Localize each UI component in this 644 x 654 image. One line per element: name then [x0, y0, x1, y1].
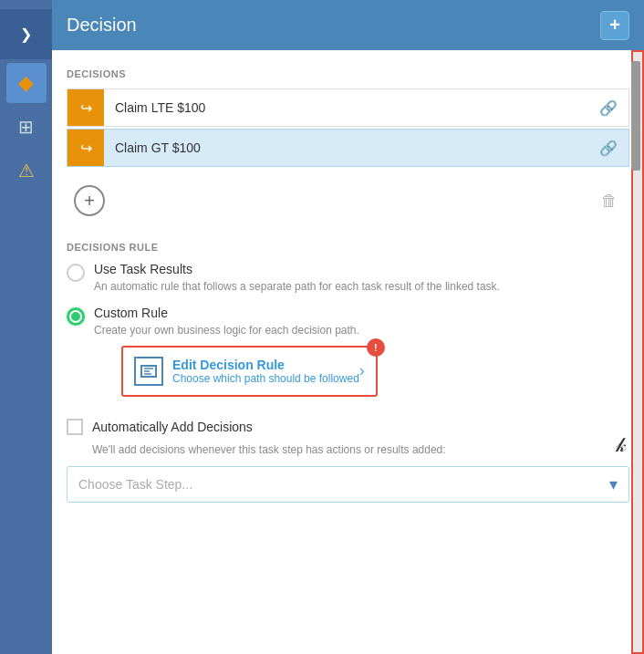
task-step-dropdown[interactable]: Choose Task Step... ▾: [67, 466, 629, 503]
edit-rule-subtitle: Choose which path should be followed: [172, 372, 359, 385]
arrow-icon-1: ↪: [80, 99, 92, 117]
sidebar-item-grid[interactable]: ⊞: [6, 107, 47, 147]
use-task-results-label-group: Use Task Results An automatic rule that …: [94, 262, 500, 295]
main-panel: Decision + DECISIONS ↪ Claim LTE $100 🔗 …: [52, 0, 644, 654]
decisions-section-label: DECISIONS: [67, 68, 629, 79]
automatically-checkbox-desc: We'll add decisions whenever this task s…: [92, 442, 629, 458]
use-task-results-desc: An automatic rule that follows a separat…: [94, 279, 500, 295]
radio-use-task-results[interactable]: [67, 264, 85, 282]
decision-item-text-1: Claim LTE $100: [104, 100, 588, 115]
grid-icon: ⊞: [18, 116, 34, 138]
custom-rule-label-group: Custom Rule Create your own business log…: [94, 306, 378, 397]
edit-rule-title: Edit Decision Rule: [172, 358, 359, 372]
decision-item-text-2: Claim GT $100: [104, 140, 588, 155]
edit-rule-chevron-icon: ›: [359, 361, 365, 380]
automatically-checkbox-label: Automatically Add Decisions: [92, 420, 253, 434]
add-decision-button[interactable]: +: [74, 185, 105, 216]
decisions-list: ↪ Claim LTE $100 🔗 ↪ Claim GT $100 🔗: [67, 88, 629, 167]
sidebar-item-diamond[interactable]: ◆: [6, 63, 47, 103]
automatically-checkbox-option[interactable]: Automatically Add Decisions: [67, 419, 629, 435]
content-area: DECISIONS ↪ Claim LTE $100 🔗 ↪ Claim GT …: [52, 50, 644, 654]
chevron-right-icon: ❯: [20, 26, 32, 43]
decision-icon-1: ↪: [68, 89, 104, 126]
link-icon-2[interactable]: 🔗: [588, 140, 628, 157]
delete-decision-button[interactable]: 🗑: [597, 188, 622, 213]
edit-rule-texts: Edit Decision Rule Choose which path sho…: [172, 358, 359, 385]
edit-decision-rule-box[interactable]: Edit Decision Rule Choose which path sho…: [121, 346, 378, 397]
trash-icon: 🗑: [601, 192, 618, 211]
edit-rule-badge: !: [367, 338, 385, 357]
sidebar-item-warning[interactable]: ⚠: [6, 151, 47, 191]
scrollbar-thumb[interactable]: [631, 61, 640, 171]
automatically-checkbox[interactable]: [67, 419, 83, 435]
edit-rule-icon: [134, 357, 163, 386]
decision-icon-2: ↪: [68, 130, 104, 166]
warning-icon: ⚠: [18, 160, 35, 182]
dropdown-chevron-icon: ▾: [609, 474, 618, 494]
action-row: + 🗑: [67, 182, 629, 220]
decision-item-selected[interactable]: ↪ Claim GT $100 🔗: [67, 129, 629, 167]
page-title: Decision: [67, 15, 137, 36]
header-add-button[interactable]: +: [600, 11, 629, 40]
arrow-icon-2: ↪: [80, 140, 92, 157]
custom-rule-label: Custom Rule: [94, 306, 378, 320]
radio-custom-rule[interactable]: [67, 307, 85, 326]
sidebar: ❯ ◆ ⊞ ⚠: [0, 0, 52, 654]
radio-option-use-task-results[interactable]: Use Task Results An automatic rule that …: [67, 262, 629, 295]
radio-option-custom-rule[interactable]: Custom Rule Create your own business log…: [67, 306, 629, 397]
plus-icon: +: [609, 15, 620, 36]
sidebar-toggle[interactable]: ❯: [0, 9, 52, 59]
diamond-icon: ◆: [18, 71, 34, 95]
custom-rule-desc: Create your own business logic for each …: [94, 323, 378, 338]
decisions-rule-section-label: DECISIONS RULE: [67, 242, 629, 253]
automatically-section: Automatically Add Decisions We'll add de…: [67, 419, 629, 503]
decision-item[interactable]: ↪ Claim LTE $100 🔗: [67, 88, 629, 127]
header: Decision +: [52, 0, 644, 50]
link-icon-1[interactable]: 🔗: [588, 99, 628, 117]
use-task-results-label: Use Task Results: [94, 262, 500, 276]
dropdown-placeholder: Choose Task Step...: [78, 477, 192, 492]
add-icon: +: [84, 192, 95, 210]
scrollbar-track[interactable]: [631, 50, 644, 654]
